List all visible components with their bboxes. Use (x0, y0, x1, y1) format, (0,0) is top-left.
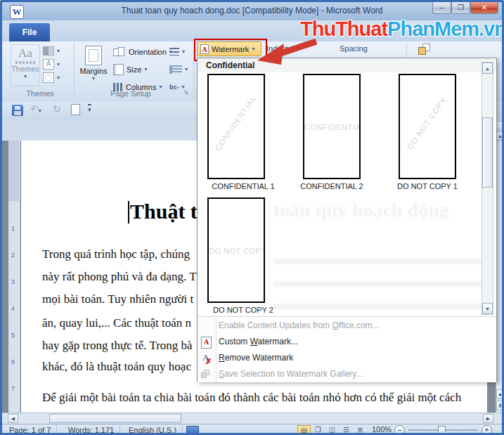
undo-button[interactable]: ↶▾ (30, 103, 41, 115)
chevron-down-icon: ▾ (57, 61, 60, 67)
menu-item-enable-content-updates: Enable Content Updates from Office.com..… (219, 320, 380, 330)
chevron-down-icon: ▾ (57, 74, 60, 81)
chevron-down-icon: ▾ (144, 66, 147, 72)
scroll-right-button[interactable]: ▶ (483, 414, 493, 423)
size-label: Size (127, 65, 141, 74)
group-separator (74, 43, 75, 98)
orientation-button[interactable]: Orientation▾ (113, 43, 172, 60)
spacing-label: Spacing (340, 44, 368, 53)
browse-ball-button[interactable]: ● (496, 389, 504, 399)
word-count[interactable]: Words: 1,171 (63, 425, 120, 435)
size-button[interactable]: Size▾ (113, 60, 172, 78)
close-icon: ✕ (482, 4, 487, 11)
menu-item-custom-watermark[interactable]: Custom Watermark... (219, 337, 298, 346)
thumbnail-label: DO NOT COPY 2 (198, 306, 289, 314)
theme-effects-button[interactable]: ◯▾ (43, 71, 70, 84)
page-setup-mini-buttons: ▾ ▾ bc‑▾ (169, 43, 188, 96)
ruler-number: 7 (11, 385, 15, 392)
ruler-toggle-button[interactable] (496, 121, 504, 130)
view-draft-button[interactable]: ≣ (354, 425, 367, 435)
menu-item-remove-watermark[interactable]: Remove Watermark (219, 353, 293, 363)
view-print-layout-button[interactable]: ▤ (297, 425, 311, 435)
themes-button[interactable]: Aa Themes ▾ (11, 44, 40, 86)
bring-forward-icon (418, 47, 426, 55)
themes-button-label: Themes (11, 65, 39, 73)
chevron-down-icon: ▾ (57, 48, 60, 54)
line-numbers-button[interactable]: ▾ (169, 60, 188, 78)
horizontal-scrollbar[interactable]: ◀ ▶ (2, 413, 502, 424)
maximize-icon: ❐ (458, 4, 464, 11)
thumbnail-watermark-text: DO NOT COPY (399, 86, 455, 160)
margins-icon (85, 46, 102, 65)
document-line: Trong quá trình học tập, chúng (42, 247, 190, 261)
theme-colors-icon (43, 46, 54, 56)
margins-button[interactable]: Margins ▾ (78, 44, 109, 88)
qat-more-icon: ▾ (88, 106, 91, 113)
ruler-number: 5 (11, 332, 15, 339)
word-window: ✕ W Thuat toan quy hoach dong.doc [Compa… (0, 0, 504, 435)
scroll-up-button[interactable]: ▲ (496, 131, 504, 141)
language-indicator[interactable]: English (U.S.) (123, 425, 183, 435)
vertical-ruler: 1 2 3 4 5 6 7 (8, 141, 20, 413)
thumbnail-label: CONFIDENTIAL 2 (286, 182, 377, 190)
document-line: Để giải một bài toán ta chia bài toán đó… (42, 391, 461, 405)
gallery-scroll-down-button[interactable]: ▼ (482, 303, 493, 314)
site-logo-vn: .vn (479, 18, 504, 40)
document-line: ăn, quay lui,... Các thuật toán n (42, 316, 191, 330)
theme-fonts-button[interactable]: A▾ (43, 58, 70, 71)
proofing-status-icon[interactable] (186, 426, 199, 435)
view-web-layout-button[interactable]: ◫ (325, 425, 339, 435)
themes-aa-icon: Aa (11, 46, 39, 60)
page-setup-group-label: Page Setup (78, 89, 183, 98)
watermark-thumbnail-confidential-1[interactable]: CONFIDENTIAL (207, 74, 265, 179)
browse-next-button[interactable]: ⇟ (496, 401, 504, 410)
maximize-button[interactable]: ❐ (451, 2, 470, 14)
document-line: này rất phong phú và đa dạng. T (42, 270, 197, 284)
scroll-right-icon: ▶ (486, 416, 490, 421)
watermark-thumbnail-do-not-copy-1[interactable]: DO NOT COPY (399, 74, 456, 179)
zoom-out-button[interactable]: – (394, 425, 405, 435)
zoom-in-button[interactable]: + (482, 425, 492, 435)
site-logo: ThuThuatPhanMem.vn (300, 18, 504, 41)
gallery-scrollbar-thumb[interactable] (482, 117, 493, 188)
theme-colors-button[interactable]: ▾ (43, 44, 70, 58)
view-fullscreen-reading-button[interactable]: ❒ (311, 425, 325, 435)
themes-group-label: Themes (8, 89, 72, 98)
dialog-launcher-icon[interactable]: ⇘ (183, 89, 189, 96)
gallery-scroll-up-button[interactable]: ▲ (482, 63, 493, 74)
gallery-scrollbar[interactable]: ▲ ▼ (482, 62, 493, 315)
ghost-line (273, 259, 491, 264)
text-cursor (128, 201, 129, 223)
scroll-left-icon: ◀ (11, 416, 15, 421)
minimize-button[interactable]: – (432, 2, 451, 14)
watermark-thumbnail-do-not-copy-2[interactable]: DO NOT COPY (207, 197, 265, 303)
redo-button[interactable]: ↻ (53, 103, 61, 115)
close-button[interactable]: ✕ (470, 2, 498, 14)
line-numbers-icon (169, 65, 182, 74)
scroll-up-icon: ▲ (498, 134, 503, 138)
tab-file[interactable]: File (9, 23, 50, 41)
bring-forward-button[interactable] (418, 44, 432, 56)
chevron-down-icon: ▾ (11, 73, 39, 79)
menu-item-text: S (219, 369, 224, 379)
chevron-down-icon: ▾ (185, 66, 188, 72)
zoom-slider-thumb[interactable] (438, 426, 446, 435)
zoom-level[interactable]: 100% (372, 425, 392, 434)
breaks-button[interactable]: ▾ (169, 43, 188, 60)
new-document-button[interactable] (71, 104, 80, 115)
zoom-out-icon: – (397, 425, 401, 434)
scroll-down-icon: ▼ (485, 306, 490, 311)
qat-more-button[interactable]: ▾ (88, 104, 91, 114)
save-button[interactable] (12, 105, 23, 116)
scrollbar-thumb[interactable] (49, 414, 181, 423)
menu-item-text: Enable Content Updates from (219, 320, 332, 330)
ruler-number: 4 (11, 305, 15, 312)
view-outline-button[interactable]: ☰ (340, 425, 353, 435)
chevron-down-icon: ▾ (182, 48, 185, 55)
scroll-left-button[interactable]: ◀ (8, 414, 18, 423)
chevron-down-icon: ▾ (78, 75, 109, 82)
page-indicator[interactable]: Page: 1 of 7 (4, 425, 57, 435)
ruler-number: 1 (11, 225, 15, 232)
watermark-thumbnail-confidential-2[interactable]: CONFIDENTIAL (303, 74, 361, 179)
zoom-in-icon: + (484, 425, 489, 434)
